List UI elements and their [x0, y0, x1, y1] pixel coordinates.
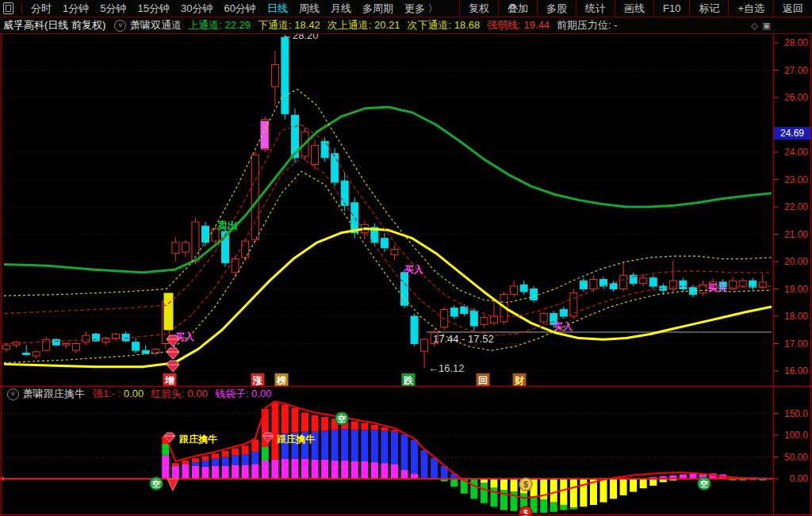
histogram-bar-segment: [182, 461, 189, 464]
candle-body: [122, 334, 129, 341]
signal-bar-magenta: [261, 121, 268, 148]
histogram-bar-segment: [660, 479, 667, 482]
histogram-bar-segment: [172, 463, 179, 465]
nav-item-月线[interactable]: 月线: [325, 2, 357, 14]
circle-green-icon: [335, 412, 348, 425]
histogram-bar-segment: [490, 487, 497, 506]
histogram-bar-segment: [251, 452, 259, 464]
candle-body: [739, 281, 746, 286]
candle-body: [550, 314, 557, 325]
toolbar-button-+自选[interactable]: +自选: [728, 0, 773, 17]
buy-gem-icon: [167, 335, 179, 346]
collapse-icon[interactable]: ˅: [7, 388, 19, 400]
toolbar-button-画线[interactable]: 画线: [615, 0, 653, 17]
histogram-bar-segment: [331, 461, 339, 479]
price-axis-label: 20.00: [784, 256, 808, 267]
toolbar-button-标记[interactable]: 标记: [689, 0, 728, 17]
candle-body: [321, 141, 328, 158]
event-tag-box[interactable]: [251, 373, 265, 386]
histogram-bar-segment: [511, 492, 518, 511]
histogram-bar-segment: [520, 479, 527, 494]
price-axis-label: 22.00: [784, 201, 808, 212]
indicator-field: 强弱线: 19.44: [487, 19, 550, 31]
sub-indicator-field: 强1:- : 0.00: [93, 388, 144, 399]
nav-item-周线[interactable]: 周线: [293, 2, 325, 14]
price-axis-label: 26.00: [784, 92, 808, 103]
event-tag-box[interactable]: [477, 373, 490, 386]
trading-app-window: { "topnav": { "items": [ {"label": "分时",…: [0, 0, 812, 516]
circle-green-icon-glyph: 空: [152, 480, 160, 488]
nav-item-15分钟[interactable]: 15分钟: [132, 2, 174, 14]
histogram-bar-segment: [461, 479, 468, 494]
event-tag-label: 回: [478, 375, 488, 386]
candle-body: [251, 155, 259, 239]
histogram-bar-segment: [401, 470, 408, 479]
event-tag-box[interactable]: [275, 373, 289, 386]
nav-item-日线[interactable]: 日线: [262, 2, 293, 14]
candle-body: [182, 243, 189, 252]
toolbar-button-返回[interactable]: 返回: [773, 0, 812, 17]
histogram-bar-segment: [680, 475, 687, 480]
collapse-icon[interactable]: ˅: [114, 20, 126, 32]
nav-item-分时[interactable]: 分时: [25, 2, 57, 14]
toolbar-button-多股[interactable]: 多股: [537, 0, 576, 17]
histogram-bar-segment: [282, 434, 289, 459]
event-tag-label: 跌: [403, 375, 414, 386]
window-icon[interactable]: [3, 2, 13, 14]
histogram-bar-segment: [301, 412, 308, 431]
candle-body: [192, 222, 199, 262]
histogram-bar-segment: [630, 479, 637, 492]
candle-body: [580, 281, 587, 289]
toolbar-button-F10[interactable]: F10: [653, 0, 689, 17]
panel-icon[interactable]: ▣: [763, 21, 771, 31]
candle-body: [142, 350, 149, 353]
event-tag-box[interactable]: [163, 373, 177, 386]
indicator-info-bar: 威孚高科(日线 前复权) ˅ 萧啸双通道 上通道: 22.29下通道: 18.4…: [0, 17, 812, 33]
histogram-bar-segment: [212, 459, 219, 466]
histogram-bar-segment: [640, 479, 647, 488]
histogram-bar-segment: [251, 440, 259, 452]
buy-signal-label: 买入: [404, 264, 424, 275]
histogram-bar-segment: [570, 479, 577, 507]
nav-item-1分钟[interactable]: 1分钟: [57, 2, 94, 14]
histogram-bar-segment: [699, 473, 707, 479]
candle-body: [461, 307, 468, 314]
nav-item-60分钟[interactable]: 60分钟: [218, 2, 261, 14]
toolbar-button-统计[interactable]: 统计: [576, 0, 615, 17]
histogram-bar-segment: [401, 434, 408, 470]
indicator-field: 前期压力位: -: [557, 19, 618, 31]
histogram-bar-segment: [192, 462, 199, 465]
histogram-bar-segment: [312, 415, 319, 432]
nav-item-5分钟[interactable]: 5分钟: [94, 2, 132, 14]
candle-body: [262, 120, 269, 150]
green-ma-line: [4, 107, 772, 273]
histogram-bar-segment: [202, 456, 209, 461]
histogram-bar-segment: [251, 464, 259, 479]
price-axis-label: 16.00: [784, 365, 808, 376]
sub-envelope-curve: [166, 401, 763, 498]
toolbar-button-复权[interactable]: 复权: [459, 0, 498, 17]
circle-gold-icon: [519, 478, 532, 491]
histogram-bar-segment: [232, 449, 239, 456]
event-tag-box[interactable]: [513, 373, 527, 386]
histogram-bar-segment: [351, 421, 358, 430]
histogram-bar-segment: [242, 454, 249, 464]
candle-body: [470, 311, 477, 326]
toolbar-button-叠加[interactable]: 叠加: [498, 0, 537, 17]
histogram-bar-segment: [361, 461, 368, 479]
nav-item-30分钟[interactable]: 30分钟: [175, 2, 218, 14]
event-tag-box[interactable]: [402, 373, 416, 386]
histogram-bar-segment: [321, 417, 328, 431]
histogram-bar-segment: [182, 464, 189, 479]
circle-green-icon-glyph: 空: [700, 480, 708, 488]
nav-item-更多 〉[interactable]: 更多 〉: [399, 2, 444, 14]
nav-item-多周期[interactable]: 多周期: [357, 2, 399, 14]
chan-upper-line: [4, 90, 772, 303]
diamond-icon[interactable]: ◇: [751, 21, 757, 31]
histogram-bar-segment: [481, 484, 488, 503]
histogram-bar-segment: [381, 427, 388, 430]
signal-bar-yellow: [164, 293, 173, 330]
histogram-bar-segment: [271, 403, 278, 460]
candle-body: [680, 281, 687, 289]
histogram-bar-segment: [321, 460, 328, 479]
